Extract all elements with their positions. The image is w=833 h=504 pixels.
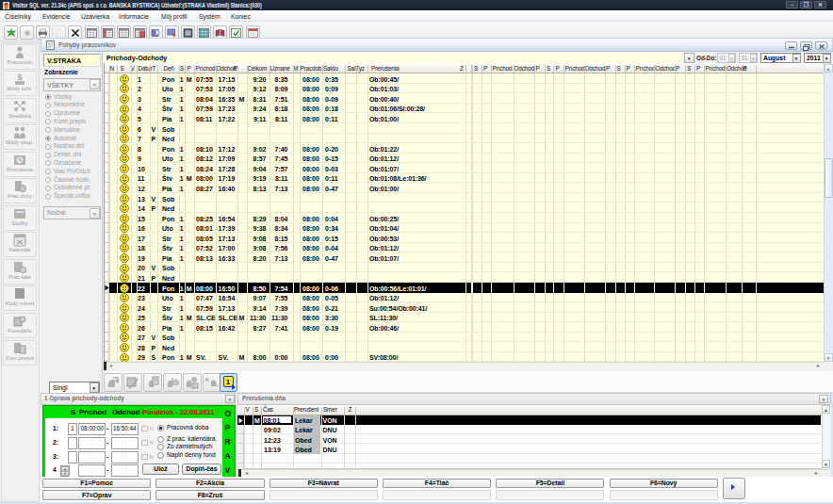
svg-text:$: $ [17, 73, 22, 82]
svg-text:L: L [215, 382, 219, 387]
svg-text:K: K [205, 377, 210, 382]
